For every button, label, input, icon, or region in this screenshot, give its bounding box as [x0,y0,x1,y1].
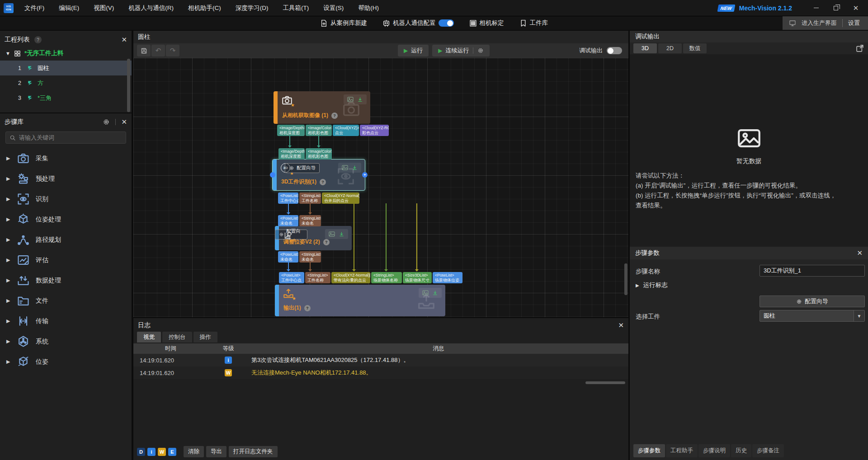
log-row[interactable]: 14:19:01.620i第3次尝试连接相机TAM0621AA3020825（1… [133,354,628,366]
step-name-input[interactable] [760,265,865,277]
settings-button[interactable]: 设置 [848,19,860,27]
robot-comm-config-button[interactable]: 机器人通信配置 [382,19,454,27]
port-chip[interactable]: <StringList>场景物体名称 [371,272,402,283]
bottom-tab-步骤说明[interactable]: 步骤说明 [698,444,730,457]
close-button[interactable]: ✕ [848,2,863,14]
node-graph-canvas[interactable]: ★从相机获取图像 (1)?3D★3D工件识别(1)?配置向导+★调整位姿V2 (… [133,58,628,317]
log-tab-操作[interactable]: 操作 [193,332,217,343]
new-from-case-button[interactable]: 从案例库新建 [320,19,367,27]
run-continuous-button[interactable]: ▶ 连续运行 [432,45,490,56]
menu-item-5[interactable]: 相机助手(C) [181,0,228,16]
bottom-tab-步骤参数[interactable]: 步骤参数 [633,444,665,457]
run-button[interactable]: ▶ 运行 [398,45,429,56]
help-icon[interactable]: ? [323,239,330,245]
port-chip[interactable]: <Cloud(XYZ-Normal)[]>带有法向量的点云 [331,272,370,283]
node-input-connector[interactable] [270,172,275,178]
undo-button[interactable]: ↶ [151,45,165,56]
step-category-system[interactable]: ▶系统 [0,331,132,352]
step-category-pose-process[interactable]: ▶位姿处理 [0,209,132,230]
debug-tab-2D[interactable]: 2D [658,43,682,53]
run-flags-collapse[interactable]: ▶ 运行标志 [636,281,668,289]
step-category-path-plan[interactable]: ▶路径规划 [0,230,132,250]
node-output-connector[interactable]: + [362,172,368,178]
help-icon[interactable]: ? [320,179,326,185]
external-link-icon[interactable] [855,44,864,53]
debug-tab-数值[interactable]: 数值 [683,43,707,53]
graph-node-capture[interactable]: ★从相机获取图像 (1)? [274,91,370,124]
scrollbar-thumb[interactable] [624,263,627,295]
bottom-tab-步骤备注[interactable]: 步骤备注 [752,444,784,457]
redo-button[interactable]: ↷ [166,45,179,56]
log-tab-控制台[interactable]: 控制台 [162,332,192,343]
close-icon[interactable]: ✕ [121,36,127,44]
menu-item-6[interactable]: 深度学习(D) [228,0,276,16]
port-chip[interactable]: <Image/Color>相机彩色图 [306,125,332,136]
debug-tab-3D[interactable]: 3D [633,43,657,53]
log-row[interactable]: 14:19:01.620W无法连接Mech-Eye NANO相机172.17.4… [133,366,628,379]
graph-node-adjust-pose[interactable]: ★调整位姿V2 (2)?配置向导 [275,226,352,250]
log-filter-E[interactable]: E [168,448,176,456]
scrollbar-thumb[interactable] [127,59,130,112]
close-icon[interactable]: ✕ [618,321,624,329]
step-category-transfer[interactable]: ▶传输 [0,311,132,331]
port-chip[interactable]: <PoseList>工件中心点 [279,272,304,283]
maximize-button[interactable] [828,2,844,14]
step-category-recognize[interactable]: ▶识别 [0,189,132,209]
log-filter-W[interactable]: W [158,448,166,456]
project-item[interactable]: 2方 [0,75,132,90]
step-category-evaluate[interactable]: ▶评估 [0,250,132,270]
step-category-file[interactable]: ▶文件 [0,291,132,311]
graph-node-recognize3d[interactable]: 3D★3D工件识别(1)?配置向导+ [272,159,365,191]
port-chip[interactable]: <StringList>工件名称 [299,192,321,204]
close-icon[interactable]: ✕ [121,118,127,126]
help-icon[interactable]: ? [331,113,338,119]
log-action-button[interactable]: 打开日志文件夹 [229,446,278,457]
menu-item-8[interactable]: 设置(S) [316,0,351,16]
edge-connection[interactable] [354,203,354,271]
port-chip[interactable]: <StringList>工件名称 [305,272,330,283]
port-chip[interactable]: <Size3DList>场景物体尺寸 [403,272,432,283]
save-button[interactable] [137,45,151,56]
port-chip[interactable]: <PoseList>场景物体位姿 [433,272,462,283]
port-chip[interactable]: <StringList>未命名 [299,215,321,226]
bottom-tab-历史[interactable]: 历史 [731,444,751,457]
log-filter-i[interactable]: i [147,448,156,456]
menu-item-9[interactable]: 帮助(H) [351,0,386,16]
step-category-preprocess[interactable]: ▶预处理 [0,169,132,189]
project-item[interactable]: 1圆柱 [0,61,132,75]
port-chip[interactable]: <Cloud(XYZ-Normal)>合并后的点云 [322,192,359,204]
scrollbar-thumb[interactable] [585,381,625,384]
edge-connection[interactable] [386,203,387,271]
port-chip[interactable]: <PoseList>工件中心点 [278,192,298,204]
project-item[interactable]: 3*三角 [0,90,132,105]
menu-item-1[interactable]: 文件(F) [17,0,52,16]
log-filter-D[interactable]: D [137,448,145,456]
port-chip[interactable]: <Image/Color>相机彩色图 [306,148,332,160]
port-chip[interactable]: <StringList>未命名 [299,251,321,263]
project-root[interactable]: ▼ *无序工件上料 [0,46,132,61]
port-chip[interactable]: <Cloud(XYZ)>点云 [333,125,359,136]
workpiece-library-button[interactable]: 工件库 [519,19,548,27]
enter-production-button[interactable]: 进入生产界面 [802,19,837,27]
graph-node-output[interactable]: ★输出(1)? [275,285,445,316]
editor-tab-label[interactable]: 圆柱 [138,33,150,41]
caret-down-icon[interactable]: ▼ [5,51,10,56]
config-wizard-button[interactable]: 配置向导 [760,296,865,307]
menu-item-2[interactable]: 编辑(E) [52,0,86,16]
config-wizard-badge[interactable]: 配置向导 [285,163,320,173]
gear-icon[interactable] [103,118,110,126]
log-action-button[interactable]: 导出 [206,446,226,457]
debug-output-toggle[interactable] [607,47,622,54]
bottom-tab-工程助手[interactable]: 工程助手 [666,444,698,457]
robot-comm-toggle[interactable] [439,19,454,27]
step-search-input[interactable] [19,134,122,141]
camera-calibration-button[interactable]: 相机标定 [469,19,504,27]
step-category-pose[interactable]: ▶位姿 [0,352,132,372]
workpiece-select[interactable]: 圆柱 ▼ [760,310,865,322]
port-chip[interactable]: <Image/Depth>相机深度图 [278,148,305,160]
menu-item-3[interactable]: 视图(V) [86,0,121,16]
edge-connection[interactable] [416,203,417,271]
minimize-button[interactable] [808,2,824,14]
port-chip[interactable]: <PoseList>未命名 [278,215,298,226]
config-wizard-badge[interactable]: 配置向导 [275,230,307,239]
